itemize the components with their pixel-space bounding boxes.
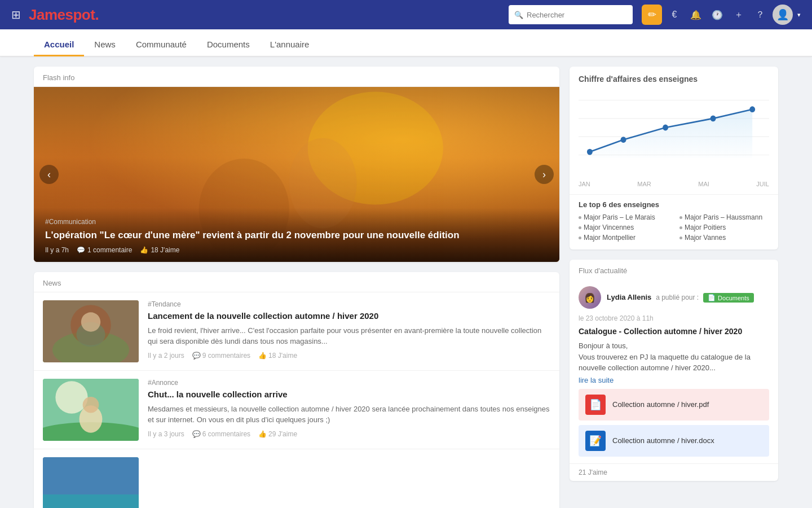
news-title-1[interactable]: Lancement de la nouvelle collection auto… [148, 310, 550, 322]
carousel-overlay: #Communication L'opération "Le cœur d'un… [34, 208, 559, 262]
news-likes-1: 👍 18 J'aime [258, 352, 297, 360]
top6-item: Major Vincennes [579, 224, 668, 231]
news-comments-1: 💬 9 commentaires [192, 352, 250, 360]
nav-item-annuaire[interactable]: L'annuaire [260, 33, 320, 56]
top6-item: Major Montpellier [579, 234, 668, 242]
svg-marker-19 [590, 110, 752, 158]
top6-item: Major Paris – Haussmann [679, 213, 769, 221]
chart-labels: JAN MAR MAI JUIL [570, 178, 778, 194]
flash-info-header: Flash info [34, 67, 559, 87]
carousel-next-button[interactable]: › [535, 165, 554, 184]
top6-dot [679, 237, 682, 239]
flux-author-info: Lydia Allenis a publié pour : 📄 Document… [607, 292, 769, 303]
compose-button[interactable]: ✏ [642, 5, 662, 25]
search-icon: 🔍 [514, 11, 523, 19]
news-card: News #Tend [34, 272, 559, 508]
nav-item-accueil[interactable]: Accueil [34, 33, 84, 56]
avatar[interactable]: 👤 [773, 5, 793, 25]
search-input[interactable] [527, 11, 627, 19]
chart-label-jan: JAN [579, 181, 590, 187]
news-thumb-2 [43, 379, 139, 441]
top6-dot [579, 226, 581, 229]
flash-info-card: Flash info #Communication L'opération "L… [34, 67, 559, 262]
nav-item-communaute[interactable]: Communauté [126, 33, 197, 56]
flux-post-body: Bonjour à tous, Vous trouverez en PJ la … [579, 340, 769, 374]
svg-point-10 [55, 381, 87, 413]
top6-dot [579, 216, 581, 219]
svg-point-21 [621, 137, 626, 143]
main-content: Flash info #Communication L'opération "L… [0, 56, 812, 508]
news-tag-2: #Annonce [148, 379, 550, 387]
flux-read-more[interactable]: lire la suite [579, 376, 769, 384]
news-item: #Annonce Chut... la nouvelle collection … [34, 371, 559, 449]
news-content-3 [148, 457, 550, 508]
news-meta-2: Il y a 3 jours 💬 6 commentaires 👍 29 J'a… [148, 430, 550, 438]
flux-author-name: Lydia Allenis [607, 293, 651, 301]
flux-attachment-pdf[interactable]: 📄 Collection automne / hiver.pdf [579, 389, 769, 421]
flux-author-row: 👩 Lydia Allenis a publié pour : 📄 Docume… [579, 286, 769, 309]
carousel-comments: 💬 1 commentaire [77, 246, 132, 254]
news-item: #Tendance Lancement de la nouvelle colle… [34, 292, 559, 371]
svg-point-20 [587, 149, 593, 155]
chart-label-juil: JUIL [756, 181, 769, 187]
plus-icon[interactable]: ＋ [730, 6, 748, 24]
carousel-tag: #Communication [45, 218, 548, 226]
flux-likes: 21 J'aime [570, 463, 778, 481]
header: ⊞ Jamespot. 🔍 ✏ € 🔔 🕐 ＋ ？ 👤 ▾ [0, 0, 812, 29]
flux-post-title: Catalogue - Collection automne / hiver 2… [579, 327, 769, 336]
help-icon[interactable]: ？ [751, 6, 769, 24]
carousel-time: Il y a 7h [45, 246, 69, 254]
euro-icon[interactable]: € [665, 6, 683, 24]
news-likes-2: 👍 29 J'aime [258, 430, 297, 438]
flux-attach-name-pdf: Collection automne / hiver.pdf [612, 400, 709, 409]
chart-label-mai: MAI [698, 181, 709, 187]
main-nav: Accueil News Communauté Documents L'annu… [0, 29, 812, 56]
news-item [34, 449, 559, 508]
pdf-icon: 📄 [585, 395, 606, 415]
comment-icon: 💬 [192, 430, 201, 438]
svg-point-7 [81, 312, 100, 331]
news-thumb-3 [43, 457, 139, 508]
top6-item: Major Vannes [679, 234, 769, 242]
flash-carousel: #Communication L'opération "Le cœur d'un… [34, 87, 559, 262]
flux-attach-name-docx: Collection automne / hiver.docx [612, 436, 714, 445]
svg-point-22 [663, 125, 668, 131]
chart-label-mar: MAR [637, 181, 651, 187]
news-thumb-1 [43, 300, 139, 362]
flux-attachment-docx[interactable]: 📝 Collection automne / hiver.docx [579, 425, 769, 457]
left-column: Flash info #Communication L'opération "L… [34, 67, 559, 508]
flux-post: 👩 Lydia Allenis a publié pour : 📄 Docume… [570, 279, 778, 463]
bell-icon[interactable]: 🔔 [687, 6, 705, 24]
carousel-prev-button[interactable]: ‹ [39, 165, 59, 184]
nav-item-news[interactable]: News [84, 33, 126, 56]
nav-item-documents[interactable]: Documents [197, 33, 260, 56]
svg-point-12 [83, 397, 99, 413]
top6-grid: Major Paris – Le Marais Major Paris – Ha… [579, 213, 769, 242]
chiffre-title: Chiffre d'affaires des enseignes [570, 67, 778, 88]
carousel-meta: Il y a 7h 💬 1 commentaire 👍 18 J'aime [45, 246, 548, 254]
news-title-2[interactable]: Chut... la nouvelle collection arrive [148, 389, 550, 400]
news-content-2: #Annonce Chut... la nouvelle collection … [148, 379, 550, 441]
top6-dot [679, 226, 682, 229]
chevron-down-icon[interactable]: ▾ [797, 11, 801, 19]
news-desc-1: Le froid revient, l'hiver arrive... C'es… [148, 325, 550, 347]
top6-dot [679, 216, 682, 219]
carousel-title: L'opération "Le cœur d'une mère" revient… [45, 229, 548, 242]
logo: Jamespot. [29, 6, 99, 24]
line-chart [579, 88, 769, 167]
grid-icon[interactable]: ⊞ [11, 8, 21, 21]
clock-icon[interactable]: 🕐 [708, 6, 726, 24]
news-time-1: Il y a 2 jours [148, 352, 184, 360]
top6-section: Le top 6 des enseignes Major Paris – Le … [570, 194, 778, 249]
docx-icon: 📝 [585, 431, 606, 451]
carousel-image: #Communication L'opération "Le cœur d'un… [34, 87, 559, 262]
search-bar: 🔍 [509, 5, 633, 24]
top6-item: Major Paris – Le Marais [579, 213, 668, 221]
like-icon: 👍 [258, 430, 267, 438]
flux-date: le 23 octobre 2020 à 11h [579, 314, 654, 322]
flux-title: Flux d'actualité [570, 260, 778, 279]
news-comments-2: 💬 6 commentaires [192, 430, 250, 438]
chart-area [570, 88, 778, 178]
right-column: Chiffre d'affaires des enseignes [570, 67, 778, 508]
svg-rect-14 [43, 494, 139, 508]
